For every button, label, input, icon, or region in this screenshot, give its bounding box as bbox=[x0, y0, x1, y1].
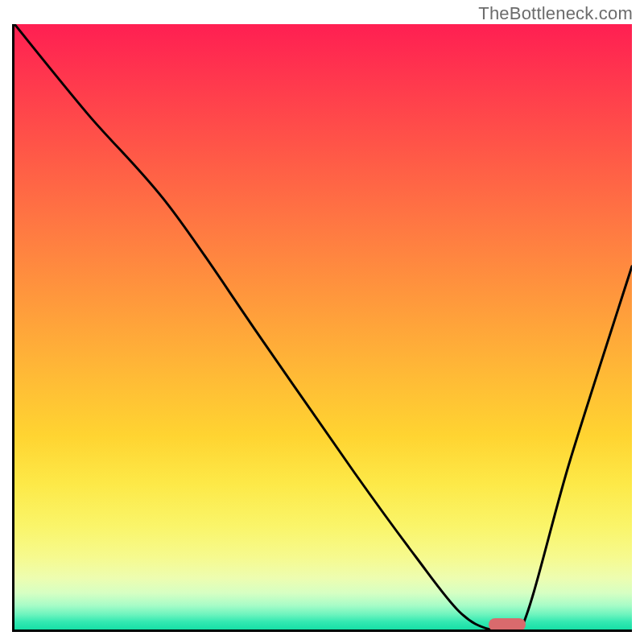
chart-plot-area bbox=[12, 24, 632, 632]
optimal-point-marker bbox=[489, 618, 526, 631]
bottleneck-curve bbox=[14, 24, 632, 630]
watermark-label: TheBottleneck.com bbox=[478, 3, 633, 24]
